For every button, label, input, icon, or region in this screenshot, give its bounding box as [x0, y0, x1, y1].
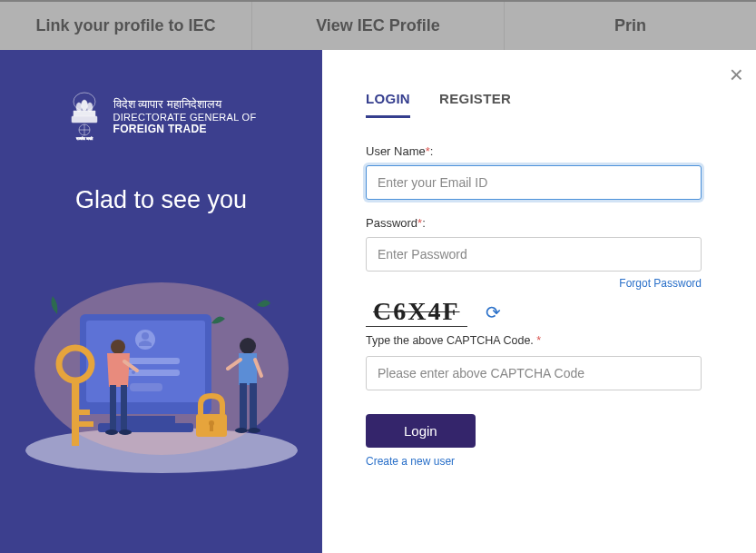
- login-form: User Name*: Password*: Forgot Password C…: [366, 144, 702, 468]
- svg-point-37: [240, 338, 256, 354]
- org-name-en1: DIRECTORATE GENERAL OF: [113, 112, 257, 123]
- logo-block: सत्यमेव जयते विदेश व्यापार महानिदेशालय D…: [66, 91, 257, 141]
- captcha-row: C6X4F ⟳: [366, 297, 702, 327]
- svg-rect-38: [239, 353, 257, 385]
- svg-point-34: [105, 430, 118, 435]
- svg-rect-32: [110, 385, 116, 430]
- refresh-captcha-icon[interactable]: ⟳: [486, 301, 501, 323]
- svg-rect-22: [130, 383, 162, 391]
- password-input[interactable]: [366, 237, 702, 272]
- svg-rect-40: [250, 383, 257, 429]
- svg-rect-4: [72, 116, 97, 123]
- svg-rect-25: [77, 410, 90, 415]
- svg-text:सत्यमेव जयते: सत्यमेव जयते: [74, 136, 93, 141]
- create-user-link[interactable]: Create a new user: [366, 455, 702, 468]
- svg-rect-33: [121, 385, 127, 430]
- emblem-icon: सत्यमेव जयते: [66, 91, 103, 141]
- svg-point-35: [119, 430, 132, 435]
- left-branding-panel: सत्यमेव जयते विदेश व्यापार महानिदेशालय D…: [0, 50, 322, 553]
- svg-rect-39: [240, 383, 247, 429]
- captcha-image: C6X4F: [366, 297, 467, 327]
- login-button[interactable]: Login: [366, 414, 476, 448]
- svg-rect-26: [77, 421, 93, 427]
- tab-register[interactable]: REGISTER: [439, 91, 511, 118]
- username-input[interactable]: [366, 165, 702, 200]
- tab-login[interactable]: LOGIN: [366, 91, 410, 118]
- username-label: User Name*:: [366, 144, 702, 158]
- login-modal: सत्यमेव जयते विदेश व्यापार महानिदेशालय D…: [0, 50, 756, 553]
- captcha-label: Type the above CAPTCHA Code. *: [366, 334, 702, 347]
- svg-point-16: [142, 332, 149, 340]
- login-illustration: [21, 260, 302, 478]
- password-label: Password*:: [366, 216, 702, 230]
- svg-point-3: [81, 100, 87, 111]
- svg-point-41: [235, 428, 248, 433]
- dim-overlay: [0, 0, 756, 50]
- captcha-input[interactable]: [366, 356, 702, 390]
- svg-point-2: [87, 103, 93, 112]
- close-icon: ×: [730, 61, 743, 88]
- right-form-panel: × LOGIN REGISTER User Name*: Password*: …: [322, 50, 756, 553]
- svg-rect-29: [210, 425, 213, 431]
- org-name-hindi: विदेश व्यापार महानिदेशालय: [113, 97, 257, 112]
- org-name-en2: FOREIGN TRADE: [113, 123, 257, 135]
- svg-point-42: [248, 428, 260, 433]
- org-name-block: विदेश व्यापार महानिदेशालय DIRECTORATE GE…: [113, 97, 257, 135]
- forgot-password-link[interactable]: Forgot Password: [366, 277, 702, 290]
- svg-point-30: [111, 340, 125, 354]
- welcome-heading: Glad to see you: [75, 186, 247, 214]
- auth-tabs: LOGIN REGISTER: [366, 91, 702, 119]
- svg-point-1: [76, 103, 82, 112]
- close-button[interactable]: ×: [730, 61, 743, 89]
